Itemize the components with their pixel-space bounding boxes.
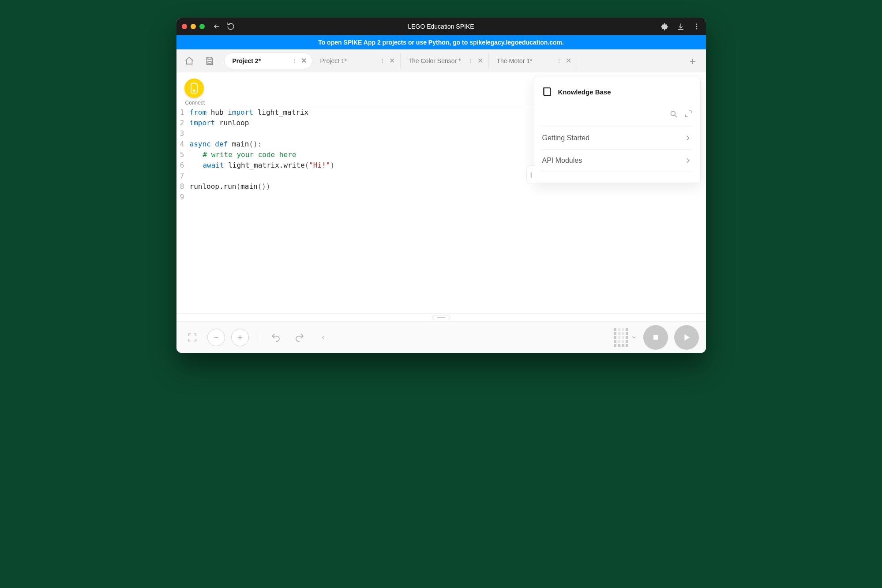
tab-close-icon[interactable]: ✕	[566, 57, 571, 64]
minimize-window-button[interactable]	[191, 24, 196, 29]
svg-point-14	[470, 62, 471, 63]
close-window-button[interactable]	[182, 24, 187, 29]
svg-point-2	[696, 23, 697, 25]
svg-point-20	[671, 111, 675, 116]
svg-point-10	[382, 60, 383, 61]
svg-point-19	[193, 90, 195, 92]
svg-point-8	[294, 62, 295, 63]
kb-item-label: Getting Started	[542, 134, 590, 142]
panel-collapse-handle[interactable]: ||	[526, 165, 535, 184]
titlebar: LEGO Education SPIKE	[176, 18, 706, 35]
zoom-in-button[interactable]	[231, 329, 249, 346]
expand-icon[interactable]	[684, 110, 692, 119]
svg-marker-26	[684, 334, 690, 341]
project-tab[interactable]: The Motor 1*✕	[489, 52, 577, 69]
svg-point-4	[696, 28, 697, 30]
svg-point-17	[559, 62, 559, 63]
tab-menu-icon[interactable]	[379, 58, 386, 64]
bottombar	[176, 321, 706, 353]
svg-point-12	[470, 58, 471, 59]
fullscreen-icon[interactable]	[184, 329, 201, 346]
zoom-out-button[interactable]	[207, 329, 225, 346]
tab-close-icon[interactable]: ✕	[477, 57, 483, 64]
console-drawer-handle[interactable]	[176, 313, 706, 321]
svg-point-7	[294, 60, 295, 61]
stop-button[interactable]	[643, 325, 668, 350]
window-title: LEGO Education SPIKE	[176, 23, 706, 30]
svg-rect-5	[208, 61, 211, 64]
svg-line-21	[675, 116, 676, 117]
tabbar: Project 2*✕Project 1*✕The Color Sensor *…	[176, 49, 706, 72]
reload-icon[interactable]	[227, 22, 235, 30]
svg-point-9	[382, 58, 383, 59]
new-tab-button[interactable]: ＋	[684, 54, 702, 68]
workspace: Connect 123456789 from hub import light_…	[176, 72, 706, 313]
window-controls	[182, 24, 205, 29]
svg-rect-18	[191, 83, 197, 94]
chevron-right-icon	[684, 157, 691, 164]
tab-close-icon[interactable]: ✕	[389, 57, 395, 64]
svg-point-3	[696, 26, 697, 27]
knowledge-base-panel: || Knowledge Base Getting StartedAPI Mod…	[533, 77, 701, 183]
svg-point-16	[559, 60, 559, 61]
kb-item[interactable]: Getting Started	[541, 127, 692, 150]
tab-menu-icon[interactable]	[468, 58, 474, 64]
chevron-right-icon	[684, 135, 691, 142]
book-icon	[541, 86, 553, 97]
search-icon[interactable]	[669, 110, 678, 119]
svg-rect-25	[653, 335, 658, 340]
maximize-window-button[interactable]	[199, 24, 205, 29]
back-icon[interactable]	[213, 22, 221, 30]
svg-point-15	[559, 58, 559, 59]
slot-display-icon	[614, 328, 628, 347]
project-tab[interactable]: Project 2*✕	[224, 52, 312, 69]
redo-button[interactable]	[291, 329, 308, 346]
home-button[interactable]	[181, 52, 198, 69]
app-window: LEGO Education SPIKE To open SPIKE App 2…	[176, 18, 706, 353]
step-back-icon[interactable]	[315, 329, 332, 346]
tab-menu-icon[interactable]	[291, 58, 297, 64]
download-icon[interactable]	[677, 22, 685, 30]
run-button[interactable]	[674, 325, 699, 350]
svg-point-6	[294, 58, 295, 59]
tab-label: The Motor 1*	[497, 57, 552, 64]
kb-title: Knowledge Base	[558, 88, 611, 96]
tab-menu-icon[interactable]	[556, 58, 562, 64]
tab-label: The Color Sensor *	[409, 57, 464, 64]
kb-item[interactable]: API Modules	[541, 150, 692, 172]
kb-item-label: API Modules	[542, 157, 582, 165]
extension-icon[interactable]	[661, 22, 669, 30]
svg-point-11	[382, 62, 383, 63]
more-icon[interactable]	[693, 22, 701, 30]
svg-point-13	[470, 60, 471, 61]
legacy-banner: To open SPIKE App 2 projects or use Pyth…	[176, 35, 706, 49]
tab-label: Project 1*	[320, 57, 376, 64]
undo-button[interactable]	[267, 329, 285, 346]
project-tab[interactable]: Project 1*✕	[312, 52, 401, 69]
slot-selector[interactable]	[614, 328, 637, 347]
save-button[interactable]	[201, 52, 218, 69]
tab-label: Project 2*	[233, 57, 288, 64]
tab-close-icon[interactable]: ✕	[301, 57, 307, 64]
chevron-down-icon	[631, 334, 637, 341]
project-tab[interactable]: The Color Sensor *✕	[401, 52, 489, 69]
connect-hub-button[interactable]	[184, 79, 204, 98]
